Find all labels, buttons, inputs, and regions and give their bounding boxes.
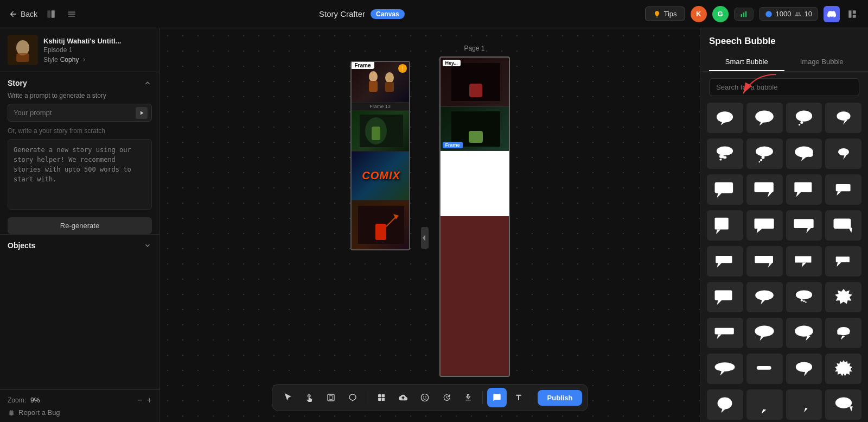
- bubble-tiny-1[interactable]: [825, 138, 861, 169]
- bubble-dash[interactable]: [746, 354, 783, 384]
- history-button[interactable]: [437, 388, 456, 407]
- bubble-medium-oval[interactable]: [786, 354, 822, 384]
- bubble-corner-tail[interactable]: [825, 389, 861, 420]
- bubble-rect-2[interactable]: [746, 174, 783, 205]
- bubble-tiny-rect[interactable]: [825, 246, 861, 276]
- svg-point-42: [423, 396, 424, 398]
- svg-point-110: [846, 331, 850, 334]
- bubble-thought-3[interactable]: [786, 103, 822, 133]
- svg-point-47: [727, 117, 732, 121]
- bubble-rect-3[interactable]: [786, 174, 822, 205]
- upload-button[interactable]: [393, 388, 413, 407]
- text-tool-button[interactable]: [509, 388, 528, 407]
- svg-point-109: [837, 331, 841, 335]
- svg-marker-107: [806, 336, 810, 341]
- story-prompt-input[interactable]: [8, 104, 152, 122]
- svg-point-98: [801, 299, 803, 301]
- bubble-oval-right[interactable]: [786, 318, 822, 348]
- emoji-button[interactable]: [415, 388, 435, 407]
- story-prompt-label: Write a prompt to generate a story: [8, 92, 152, 99]
- svg-point-46: [718, 116, 723, 121]
- bubble-round-2[interactable]: [746, 103, 783, 133]
- bubble-rect-1[interactable]: [707, 174, 743, 205]
- discord-button[interactable]: [824, 6, 840, 22]
- regenerate-button[interactable]: Re-generate: [8, 217, 152, 234]
- download-button[interactable]: [458, 388, 478, 407]
- bubble-oval-1[interactable]: [746, 282, 783, 312]
- bubble-oval-bottom[interactable]: [746, 318, 783, 348]
- hand-tool-button[interactable]: [299, 388, 319, 407]
- prompt-submit-button[interactable]: [136, 107, 148, 119]
- user-avatar-g[interactable]: G: [712, 6, 729, 22]
- page-frame-2: Frame: [441, 107, 509, 151]
- add-panel-button[interactable]: [372, 388, 391, 407]
- tab-image-bubble[interactable]: Image Bubble: [784, 53, 860, 71]
- bubble-flat-1[interactable]: [707, 318, 743, 348]
- page-container[interactable]: Hey... Frame: [439, 56, 510, 377]
- svg-point-67: [838, 148, 849, 155]
- svg-rect-73: [794, 182, 812, 192]
- bubble-rect-tail-left[interactable]: [707, 282, 743, 312]
- sidebar-toggle-button[interactable]: [44, 7, 58, 21]
- svg-marker-105: [760, 336, 764, 341]
- bubble-rect-small[interactable]: [825, 174, 861, 205]
- user-avatar-k[interactable]: K: [691, 6, 707, 22]
- bubble-dotted-1[interactable]: [786, 282, 822, 312]
- report-bug-button[interactable]: Report a Bug: [8, 408, 152, 417]
- lasso-tool-button[interactable]: [343, 388, 362, 407]
- svg-marker-86: [717, 263, 722, 267]
- bubble-spiky-2[interactable]: [825, 354, 861, 384]
- bubble-circle-tail[interactable]: [786, 389, 822, 420]
- svg-point-56: [717, 147, 733, 156]
- svg-rect-5: [741, 14, 742, 17]
- bubble-small-rect-3[interactable]: [786, 246, 822, 276]
- back-button[interactable]: Back: [9, 10, 37, 18]
- canvas-content: Frame ! Frame 13: [350, 45, 510, 377]
- project-episode: Episode 1: [43, 46, 152, 54]
- layout-icon[interactable]: [845, 7, 859, 21]
- bubble-right-tail[interactable]: [825, 210, 861, 241]
- canvas-area[interactable]: Frame ! Frame 13: [160, 28, 700, 422]
- publish-button[interactable]: Publish: [538, 390, 583, 406]
- select-tool-button[interactable]: [278, 388, 297, 407]
- svg-point-104: [755, 326, 774, 337]
- menu-button[interactable]: [65, 7, 79, 21]
- svg-rect-81: [794, 219, 813, 228]
- bubble-think-2[interactable]: [746, 138, 783, 169]
- comix-text: COMIX: [362, 169, 400, 182]
- collapse-handle[interactable]: [421, 227, 429, 249]
- bubble-cloud-small[interactable]: [825, 318, 861, 348]
- story-section: Write a prompt to generate a story Or, w…: [0, 92, 159, 234]
- svg-rect-77: [715, 218, 729, 230]
- toolbar-divider-3: [533, 391, 533, 404]
- stats-group: [734, 8, 754, 21]
- bubble-circle-large[interactable]: [746, 389, 783, 420]
- frame-strip[interactable]: Frame ! Frame 13: [350, 61, 410, 250]
- svg-marker-125: [850, 406, 853, 411]
- bubble-wide-oval[interactable]: [707, 354, 743, 384]
- bubble-small-rect-2[interactable]: [746, 246, 783, 276]
- bubble-search-input[interactable]: [709, 78, 859, 96]
- svg-point-53: [799, 124, 800, 125]
- bubble-small-rect-1[interactable]: [707, 246, 743, 276]
- bubble-think-1[interactable]: [707, 138, 743, 169]
- bubble-cloud-1[interactable]: [707, 103, 743, 133]
- tips-button[interactable]: Tips: [645, 7, 685, 21]
- bubble-wide-1[interactable]: [746, 210, 783, 241]
- bubble-spiky-1[interactable]: [825, 282, 861, 312]
- app-title: Story Crafter: [319, 9, 365, 18]
- svg-point-95: [755, 290, 774, 300]
- style-value: Cophy: [60, 56, 79, 64]
- frame-tool-button[interactable]: [321, 388, 341, 407]
- zoom-minus-button[interactable]: −: [137, 395, 142, 405]
- bubble-round-tall[interactable]: [707, 389, 743, 420]
- svg-marker-94: [717, 300, 722, 305]
- bubble-square-1[interactable]: [707, 210, 743, 241]
- story-textarea[interactable]: Generate a new story using our story hel…: [8, 139, 152, 210]
- bubble-wide-2[interactable]: [786, 210, 822, 241]
- bubble-small-4[interactable]: [825, 103, 861, 133]
- zoom-plus-button[interactable]: +: [147, 395, 152, 405]
- tab-smart-bubble[interactable]: Smart Bubble: [709, 53, 784, 71]
- bubble-jagged-1[interactable]: [786, 138, 822, 169]
- speech-bubble-tool-button[interactable]: [487, 388, 507, 407]
